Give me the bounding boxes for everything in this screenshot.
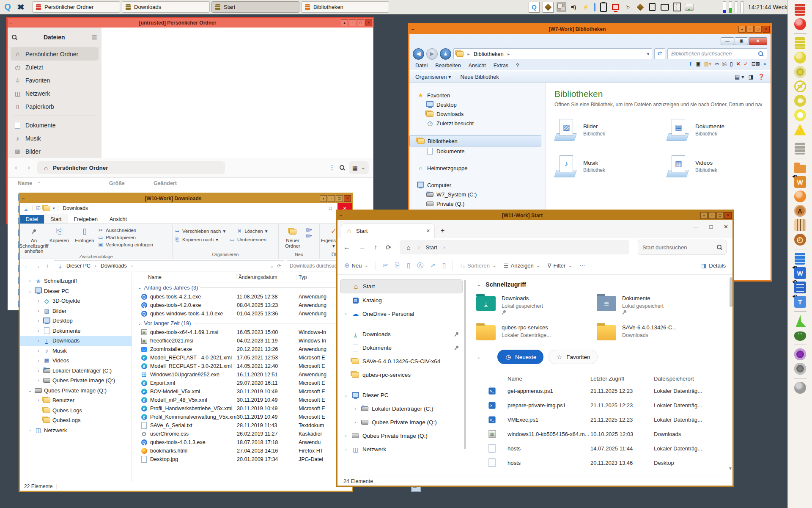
preview-pane-icon[interactable]: ◨ xyxy=(748,74,753,80)
w11-close-button[interactable]: ✕ xyxy=(724,224,728,230)
w11-nav-item[interactable]: › Netzwerk xyxy=(340,443,463,456)
close-button[interactable]: ✕ xyxy=(763,26,770,33)
w10-tree-item[interactable]: ⌄ Dieser PC xyxy=(20,286,132,296)
view-menu[interactable]: ☰ Anzeigen⌄ xyxy=(504,262,541,269)
w7-library-item[interactable]: Musik Bibliothek xyxy=(554,155,662,177)
w10-file-row[interactable]: Profil_Kommunalverwaltung_V5x.xml 30.11.… xyxy=(132,413,352,421)
qat-folder-icon[interactable] xyxy=(43,205,50,212)
w10-file-row[interactable]: Modell_RECPLAST - 4.0-2021.xml 17.05.202… xyxy=(132,353,352,362)
clock-coin-orange[interactable] xyxy=(793,233,807,246)
new-menu[interactable]: ⊕Neu⌄ xyxy=(344,262,369,269)
maximize-button[interactable]: ▢ xyxy=(357,19,364,26)
crumb-this-pc[interactable]: Dieser PC xyxy=(66,263,91,269)
sticky-button[interactable]: ▫ xyxy=(746,26,754,33)
w7-menu-item[interactable]: Datei xyxy=(415,63,428,69)
copy-path-button[interactable]: ▭Pfad kopieren xyxy=(98,235,153,240)
w7-search-box[interactable]: Bibliotheken durchsuchen xyxy=(667,48,767,59)
tor-purple[interactable] xyxy=(793,348,807,361)
writer-blue[interactable] xyxy=(793,281,807,294)
slider-2[interactable] xyxy=(729,1,732,13)
w10-file-row[interactable]: Modell_mP_48_V5x.xml 30.11.2019 10:49 Mi… xyxy=(132,396,352,404)
refresh-icon[interactable]: ⇄ xyxy=(654,48,665,59)
gnome-sidebar-item[interactable] xyxy=(14,116,96,116)
w10-tree-item[interactable]: ⌄ Qubes Private Image (Q:) xyxy=(20,386,132,396)
w11-nav-item[interactable]: ⌄ Dieser PC xyxy=(340,389,463,402)
w7-maximize-button[interactable]: ▣ xyxy=(735,37,748,45)
mixer-orange[interactable] xyxy=(793,218,807,232)
help-icon[interactable]: ❓ xyxy=(758,74,765,80)
w10-tree-item[interactable]: › 3D-Objekte xyxy=(20,296,132,306)
w11-nav-item[interactable] xyxy=(343,385,461,385)
w10-file-row[interactable]: qubes-tools-4.0.1.3.exe 18.07.2018 17:18… xyxy=(132,438,352,447)
delete-button[interactable]: ✕Löschen ▾ xyxy=(236,228,267,234)
close-button[interactable]: ✕ xyxy=(344,195,351,202)
w7-nav-item[interactable]: Bibliotheken xyxy=(409,135,541,146)
close-button[interactable]: ✕ xyxy=(724,212,732,219)
refresh-button[interactable]: ⟳ xyxy=(386,243,391,251)
w11-nav-item[interactable]: SAVe-6.4.0.13426-CS-CIV-x64 xyxy=(340,355,463,368)
w7-nav-item[interactable]: W7_System (C:) xyxy=(409,190,546,199)
forward-button[interactable]: → xyxy=(33,262,41,269)
delete-icon[interactable]: ▯ xyxy=(442,262,446,269)
ribbon-tab[interactable]: Ansicht xyxy=(104,215,133,224)
cut-icon[interactable]: ✂ xyxy=(715,61,719,67)
gnome-sidebar-item[interactable]: Zuletzt xyxy=(11,61,99,74)
w10-file-row[interactable]: SAVe_6_Serial.txt 28.11.2019 11:43 Textd… xyxy=(132,421,352,430)
kebab-menu-icon[interactable]: ⋮ xyxy=(329,164,335,171)
paste-icon[interactable]: ▯ xyxy=(730,61,733,67)
more-icon[interactable]: ⋯ xyxy=(579,262,585,269)
w10-titlebar[interactable]: – [W10-Work] Downloads ▴ ▫ ▢ ✕ xyxy=(20,194,352,203)
w10-file-row[interactable]: Profil_Handwerksbetriebe_V5x.xml 30.11.2… xyxy=(132,404,352,413)
forward-button[interactable]: → xyxy=(359,243,365,251)
crumb-downloads[interactable]: Downloads xyxy=(101,263,127,269)
rename-button[interactable]: ▭Umbenennen xyxy=(229,237,266,243)
col-name[interactable]: Name xyxy=(132,274,237,280)
quick-access-card[interactable]: qubes-rpc-services Lokaler Datenträge... xyxy=(476,324,597,340)
w11-search-box[interactable]: Start durchsuchen xyxy=(638,240,727,255)
w10-file-row[interactable]: qubes-tools-x64-4.1.69.1.msi 16.05.2023 … xyxy=(132,328,352,337)
battery-icon[interactable] xyxy=(599,2,608,12)
w11-nav-item[interactable]: Start xyxy=(340,279,463,293)
back-button[interactable]: ← xyxy=(343,243,350,251)
files-blue[interactable] xyxy=(793,252,807,265)
share-icon[interactable]: ↗ xyxy=(430,262,436,269)
back-button[interactable]: ← xyxy=(23,262,31,269)
shade-button[interactable]: ▴ xyxy=(320,195,327,202)
collapse-icon[interactable]: ⌄ xyxy=(476,355,481,359)
main-scrollbar[interactable] xyxy=(730,277,732,307)
gnome-sidebar-item[interactable]: Musik xyxy=(11,132,99,145)
w7-nav-item[interactable]: Downloads xyxy=(409,109,546,119)
maximize-button[interactable]: ▢ xyxy=(716,212,724,219)
hamburger-icon[interactable]: ☰ xyxy=(92,33,97,41)
w7-nav-item[interactable]: Favoriten xyxy=(409,91,546,100)
w10-minimize-button[interactable]: — xyxy=(309,203,323,213)
w7-close-button[interactable]: ✕ xyxy=(749,37,767,45)
tab-close-icon[interactable]: ✕ xyxy=(426,228,430,234)
w7-menu-item[interactable]: Extras xyxy=(494,63,508,69)
rename-icon[interactable]: Ⓐ xyxy=(417,262,423,270)
w11-file-row[interactable]: windows11.0-kb5054156-x64.m... 10.10.202… xyxy=(476,427,728,441)
pin-quickaccess-button[interactable]: An Schnellzugriff anheften xyxy=(22,225,46,254)
drive-icon[interactable] xyxy=(660,2,669,12)
w7-minimize-button[interactable]: — xyxy=(721,37,734,45)
clipboard-icon[interactable] xyxy=(648,2,657,12)
w7-nav-item[interactable]: Zuletzt besucht xyxy=(409,119,546,128)
w10-tree-item[interactable]: › Bilder xyxy=(20,306,132,316)
paste-shortcut-button[interactable]: ▣Verknüpfung einfügen xyxy=(98,242,153,248)
w10-file-row[interactable]: BOV-Modell_V5x.xml 30.11.2019 10:49 Micr… xyxy=(132,387,352,396)
cut-icon[interactable]: ✂ xyxy=(383,262,388,269)
w11-file-row[interactable]: VMExec.ps1 21.11.2025 12:23 Lokaler Date… xyxy=(476,412,728,427)
text-blue[interactable]: T xyxy=(793,295,807,309)
w7-nav-item[interactable]: Dokumente xyxy=(409,146,546,156)
word-orange[interactable]: W xyxy=(793,175,807,189)
globe-icon[interactable]: ● xyxy=(763,61,766,67)
col-location[interactable]: Dateispeicherort xyxy=(654,375,728,382)
files-yellow[interactable] xyxy=(793,36,807,50)
indicator-bar-icon[interactable] xyxy=(593,2,596,12)
gnome-sidebar-item[interactable]: Bilder xyxy=(11,145,99,158)
forward-button[interactable]: ▶ xyxy=(426,48,438,60)
search-folder-icon[interactable] xyxy=(340,165,345,170)
w11-address-bar[interactable]: › Start › xyxy=(400,240,629,254)
w10-address-bar[interactable]: Dieser PC › Downloads › ⌄⟳ xyxy=(54,260,284,271)
w10-tree-item[interactable]: › Musik xyxy=(20,346,132,356)
